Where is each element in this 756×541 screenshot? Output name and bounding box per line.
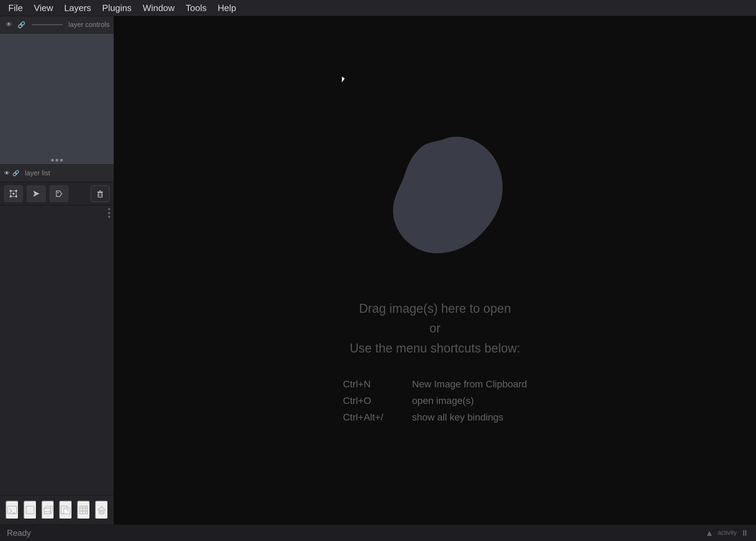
arrow-tool-button[interactable] bbox=[27, 185, 46, 202]
link-icon[interactable]: 🔗 bbox=[17, 20, 26, 30]
visibility-icon[interactable]: 👁 bbox=[4, 20, 14, 30]
layer-controls-bar: 👁 🔗 layer controls bbox=[0, 16, 114, 33]
shortcut-row-2: Ctrl+O open image(s) bbox=[343, 395, 527, 406]
drop-text-line2: or bbox=[350, 318, 520, 338]
side-dot-2 bbox=[108, 212, 110, 214]
svg-point-4 bbox=[12, 193, 15, 195]
svg-rect-18 bbox=[26, 506, 34, 514]
shortcut-desc-2: open image(s) bbox=[412, 395, 474, 406]
menu-plugins[interactable]: Plugins bbox=[97, 1, 137, 16]
shortcut-key-2: Ctrl+O bbox=[343, 395, 398, 406]
svg-rect-29 bbox=[99, 510, 104, 514]
tag-tool-button[interactable] bbox=[50, 185, 68, 202]
activity-icon: ▲ bbox=[705, 528, 714, 538]
drop-zone-text: Drag image(s) here to open or Use the me… bbox=[350, 299, 520, 358]
grid-button[interactable] bbox=[77, 501, 90, 519]
home-button[interactable] bbox=[95, 501, 108, 519]
side-dot-3 bbox=[108, 216, 110, 218]
menu-tools[interactable]: Tools bbox=[180, 1, 212, 16]
menu-file[interactable]: File bbox=[3, 1, 28, 16]
pause-icon: ⏸ bbox=[741, 528, 749, 538]
shortcut-key-1: Ctrl+N bbox=[343, 379, 398, 390]
shortcut-key-3: Ctrl+Alt+/ bbox=[343, 412, 398, 423]
svg-point-10 bbox=[57, 192, 59, 193]
menu-layers[interactable]: Layers bbox=[59, 1, 97, 16]
menu-window[interactable]: Window bbox=[137, 1, 180, 16]
shortcut-desc-1: New Image from Clipboard bbox=[412, 379, 527, 390]
export-button[interactable] bbox=[59, 501, 72, 519]
menubar: File View Layers Plugins Window Tools He… bbox=[0, 0, 756, 16]
svg-rect-28 bbox=[80, 506, 87, 514]
drop-text-line3: Use the menu shortcuts below: bbox=[350, 338, 520, 358]
svg-rect-11 bbox=[98, 193, 102, 197]
activity-label: activity bbox=[718, 529, 737, 537]
layer-list-bar: 👁 🔗 layer list bbox=[0, 165, 114, 182]
bottom-toolbar bbox=[0, 495, 114, 524]
main-layout: 👁 🔗 layer controls 👁 🔗 layer list bbox=[0, 16, 756, 524]
terminal-button[interactable] bbox=[6, 501, 19, 519]
rectangle-button[interactable] bbox=[23, 501, 37, 519]
layer-controls-label: layer controls bbox=[68, 21, 109, 29]
preview-dot-2 bbox=[56, 159, 58, 162]
status-right: ▲ activity ⏸ bbox=[705, 528, 749, 538]
layer-list-label: layer list bbox=[25, 169, 50, 177]
shortcut-row-1: Ctrl+N New Image from Clipboard bbox=[343, 379, 527, 390]
layer-preview bbox=[0, 33, 114, 165]
visibility-icon-2[interactable]: 👁 bbox=[4, 170, 10, 176]
shortcuts-area: Ctrl+N New Image from Clipboard Ctrl+O o… bbox=[343, 379, 527, 423]
side-dot-1 bbox=[108, 208, 110, 210]
svg-marker-9 bbox=[33, 191, 39, 197]
preview-dots bbox=[51, 159, 63, 162]
sidebar: 👁 🔗 layer controls 👁 🔗 layer list bbox=[0, 16, 114, 524]
svg-rect-23 bbox=[64, 508, 70, 514]
link-icon-2[interactable]: 🔗 bbox=[12, 170, 19, 176]
svg-rect-30 bbox=[101, 511, 103, 514]
preview-dot-3 bbox=[60, 159, 63, 162]
delete-layer-button[interactable] bbox=[91, 185, 109, 202]
canvas-area[interactable]: Drag image(s) here to open or Use the me… bbox=[114, 16, 756, 524]
svg-rect-19 bbox=[44, 508, 50, 514]
menu-help[interactable]: Help bbox=[212, 1, 241, 16]
status-ready: Ready bbox=[7, 528, 31, 538]
nodes-tool-button[interactable] bbox=[4, 185, 23, 202]
drop-text-line1: Drag image(s) here to open bbox=[350, 299, 520, 319]
menu-view[interactable]: View bbox=[28, 1, 59, 16]
side-menu[interactable] bbox=[105, 205, 114, 221]
layer-list-area bbox=[0, 205, 114, 495]
preview-dot-1 bbox=[51, 159, 54, 162]
layer-tools bbox=[0, 182, 114, 205]
shortcut-row-3: Ctrl+Alt+/ show all key bindings bbox=[343, 412, 527, 423]
shortcut-desc-3: show all key bindings bbox=[412, 412, 504, 423]
layer-slider[interactable] bbox=[32, 24, 63, 25]
blob-shape bbox=[349, 118, 521, 278]
svg-rect-16 bbox=[8, 506, 17, 514]
3d-box-button[interactable] bbox=[41, 501, 55, 519]
status-bar: Ready ▲ activity ⏸ bbox=[0, 524, 756, 541]
